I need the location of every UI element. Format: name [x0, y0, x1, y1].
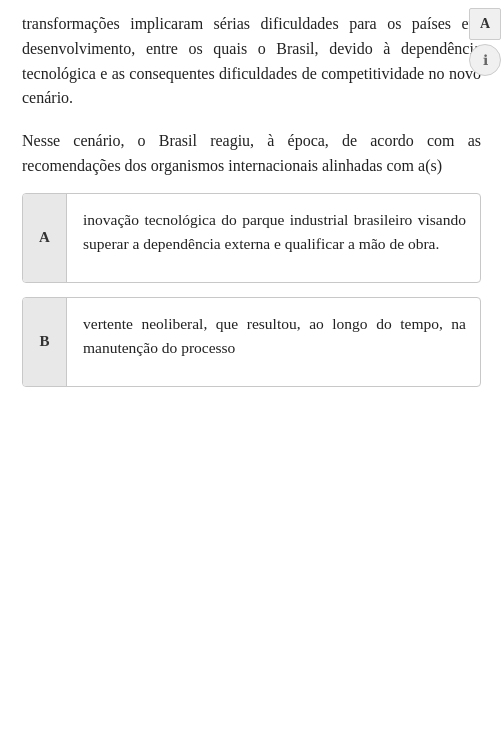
top-paragraph: transformações implicaram sérias dificul… — [0, 0, 503, 111]
page-container: transformações implicaram sérias dificul… — [0, 0, 503, 735]
option-a-block[interactable]: A inovação tecnológica do parque industr… — [22, 193, 481, 283]
middle-paragraph: Nesse cenário, o Brasil reagiu, à época,… — [0, 111, 503, 193]
sidebar-icons: A ℹ — [467, 8, 503, 76]
option-a-label: A — [23, 194, 67, 282]
top-paragraph-text: transformações implicaram sérias dificul… — [22, 12, 481, 111]
option-a-text: inovação tecnológica do parque industria… — [67, 194, 480, 282]
option-b-label: B — [23, 298, 67, 386]
sidebar-letter-a[interactable]: A — [469, 8, 501, 40]
middle-paragraph-text: Nesse cenário, o Brasil reagiu, à época,… — [22, 129, 481, 179]
option-b-block[interactable]: B vertente neoliberal, que resultou, ao … — [22, 297, 481, 387]
option-b-text: vertente neoliberal, que resultou, ao lo… — [67, 298, 480, 386]
info-icon[interactable]: ℹ — [469, 44, 501, 76]
